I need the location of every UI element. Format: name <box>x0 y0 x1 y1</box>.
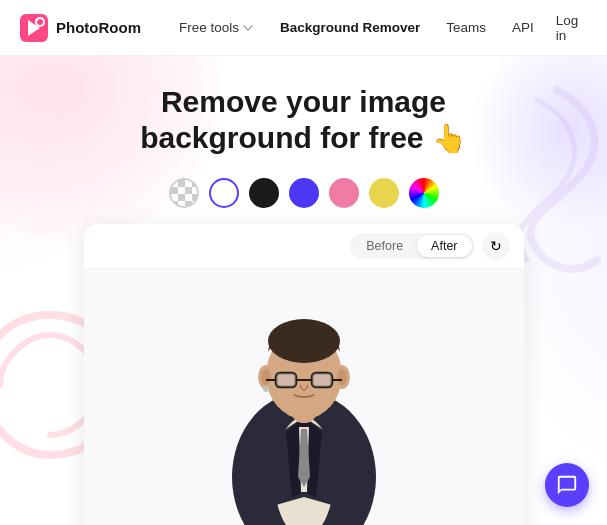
svg-point-1 <box>36 18 44 26</box>
chat-icon <box>556 474 578 496</box>
chevron-down-icon <box>242 22 254 34</box>
navbar: PhotoRoom Free tools Background Remover … <box>0 0 607 56</box>
swatch-transparent[interactable] <box>169 178 199 208</box>
nav-item-api[interactable]: API <box>502 14 544 41</box>
refresh-icon: ↻ <box>490 238 502 254</box>
preview-toolbar: Before After ↻ <box>84 224 524 269</box>
swatch-yellow[interactable] <box>369 178 399 208</box>
nav-links: Free tools Background Remover Teams API <box>169 14 544 41</box>
color-swatches <box>169 178 439 208</box>
logo[interactable]: PhotoRoom <box>20 14 141 42</box>
nav-item-free-tools[interactable]: Free tools <box>169 14 264 41</box>
logo-text: PhotoRoom <box>56 19 141 36</box>
svg-point-18 <box>263 386 269 392</box>
login-button[interactable]: Log in <box>544 7 591 49</box>
hero-title: Remove your image background for free 👆 <box>140 84 467 156</box>
person-image <box>204 277 404 526</box>
image-area <box>84 269 524 525</box>
swatch-pink[interactable] <box>329 178 359 208</box>
refresh-button[interactable]: ↻ <box>482 232 510 260</box>
svg-rect-16 <box>276 373 296 387</box>
hero-emoji: 👆 <box>432 122 467 156</box>
after-tab[interactable]: After <box>417 235 471 257</box>
before-tab[interactable]: Before <box>352 235 417 257</box>
nav-item-background-remover[interactable]: Background Remover <box>270 14 430 41</box>
svg-point-10 <box>268 319 340 363</box>
nav-item-teams[interactable]: Teams <box>436 14 496 41</box>
svg-point-8 <box>261 369 271 385</box>
swatch-black[interactable] <box>249 178 279 208</box>
swatch-purple[interactable] <box>289 178 319 208</box>
main-content: Remove your image background for free 👆 … <box>0 56 607 525</box>
logo-icon <box>20 14 48 42</box>
swatch-multicolor[interactable] <box>409 178 439 208</box>
swatch-white[interactable] <box>209 178 239 208</box>
svg-rect-17 <box>312 373 332 387</box>
preview-container: Before After ↻ <box>84 224 524 525</box>
before-after-toggle: Before After <box>350 233 473 259</box>
svg-point-9 <box>337 369 347 385</box>
chat-bubble-button[interactable] <box>545 463 589 507</box>
